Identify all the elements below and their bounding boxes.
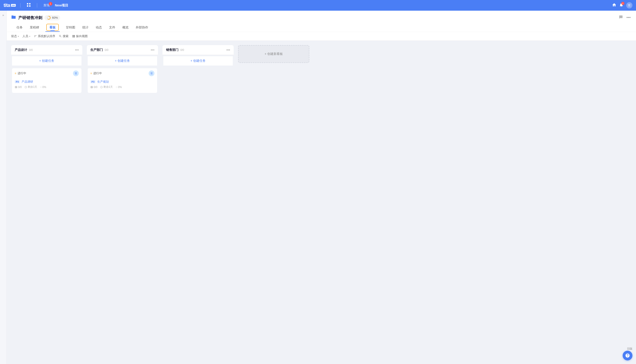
more-options-btn[interactable]: ••• bbox=[625, 14, 631, 21]
remaining-2: 剩余1天 bbox=[100, 85, 113, 89]
user-avatar[interactable]: 世 bbox=[626, 2, 632, 8]
toolbar-status[interactable]: 状态 ▾ bbox=[11, 34, 19, 38]
sidebar-toggle[interactable]: » bbox=[3, 13, 4, 17]
nav-discover[interactable]: 发现 1 bbox=[42, 2, 51, 8]
column-header-3: 销售部门 0/0 ••• bbox=[162, 45, 234, 55]
task-meta-2: 0/0 剩余1天 ○ 0% bbox=[90, 85, 154, 89]
new-board-label: + 创建新看板 bbox=[265, 52, 283, 56]
tab-activity[interactable]: 动态 bbox=[95, 24, 103, 32]
progress-2: ○ 0% bbox=[115, 85, 122, 89]
column-more-1[interactable]: ••• bbox=[75, 48, 79, 52]
remaining-1: 剩余1天 bbox=[25, 85, 37, 89]
column-body-1: + 创建任务 ≡ 进行中 世 P3 bbox=[11, 55, 82, 95]
task-priority-1: P3 bbox=[15, 80, 20, 83]
column-body-3: + 创建任务 bbox=[162, 55, 234, 100]
layout: » 产研销售冲刺 60% bbox=[0, 11, 636, 364]
svg-rect-1 bbox=[29, 3, 31, 4]
task-item-1: P3 产品调研 0/0 剩余1天 bbox=[15, 78, 79, 91]
tab-kanban-label[interactable]: 看板 bbox=[46, 24, 59, 31]
task-item-2: P3 生产规划 0/0 剩余1天 bbox=[90, 78, 154, 91]
top-nav: tita com 发现 1 New项目 6 世 bbox=[0, 0, 636, 11]
status-label-2: 进行中 bbox=[93, 71, 102, 75]
home-icon[interactable] bbox=[612, 3, 616, 8]
create-task-btn-1[interactable]: + 创建任务 bbox=[12, 56, 81, 66]
folder-icon bbox=[11, 15, 16, 21]
main-content: 产研销售冲刺 60% ••• 任务 里程碑 bbox=[7, 11, 636, 364]
column-production: 生产部门 0/0 ••• + 创建任务 ≡ 进行中 世 bbox=[87, 45, 158, 95]
toolbar-status-label: 状态 bbox=[11, 34, 17, 38]
assignee-chevron: ▾ bbox=[29, 35, 30, 38]
project-title: 产研销售冲刺 bbox=[18, 15, 42, 20]
support-button[interactable] bbox=[623, 351, 632, 360]
board-area: 产品设计 0/0 ••• + 创建任务 ≡ 进行中 世 bbox=[7, 41, 636, 364]
sidebar: » bbox=[0, 11, 7, 364]
create-task-btn-2[interactable]: + 创建任务 bbox=[88, 56, 157, 66]
column-title-3: 销售部门 0/0 bbox=[166, 48, 184, 52]
toolbar-assignee[interactable]: 人员 ▾ bbox=[23, 34, 30, 38]
subtasks-1: 0/0 bbox=[15, 86, 22, 89]
task-group-status-1: ≡ 进行中 bbox=[15, 71, 26, 75]
toolbar-view-label: 纵向视图 bbox=[76, 34, 88, 38]
logo-text: tita bbox=[4, 2, 10, 8]
new-board-button[interactable]: + 创建新看板 bbox=[238, 45, 309, 63]
status-label-1: 进行中 bbox=[18, 71, 26, 75]
tab-kanban[interactable]: 看板 bbox=[45, 24, 60, 32]
toolbar-sort[interactable]: 系统默认排序 bbox=[34, 34, 55, 38]
assignee-avatar-2: 世 bbox=[149, 70, 154, 76]
status-chevron: ▾ bbox=[18, 35, 19, 38]
discover-badge: 1 bbox=[49, 2, 52, 6]
nav-project-title: New项目 bbox=[55, 3, 69, 8]
bell-badge: 6 bbox=[621, 2, 624, 5]
status-icon-2: ≡ bbox=[90, 72, 92, 75]
svg-rect-0 bbox=[27, 3, 28, 4]
nav-right: 6 世 bbox=[612, 2, 632, 8]
toolbar-search[interactable]: 搜索 bbox=[59, 34, 69, 38]
task-priority-2: P3 bbox=[90, 80, 95, 83]
bell-icon[interactable]: 6 bbox=[619, 3, 623, 8]
progress-ring-2: ○ bbox=[115, 85, 117, 89]
task-group-header-1: ≡ 进行中 世 bbox=[15, 70, 79, 76]
progress-1: ○ 0% bbox=[40, 85, 46, 89]
column-body-2: + 创建任务 ≡ 进行中 世 P3 bbox=[87, 55, 158, 95]
logo-com: com bbox=[11, 4, 16, 7]
tab-milestone[interactable]: 里程碑 bbox=[29, 24, 40, 32]
status-icon-1: ≡ bbox=[15, 72, 16, 75]
task-name-1[interactable]: P3 产品调研 bbox=[15, 80, 79, 84]
nav-grid-icon[interactable] bbox=[25, 2, 33, 9]
tab-external[interactable]: 外部协作 bbox=[135, 24, 149, 32]
logo[interactable]: tita com bbox=[4, 2, 16, 8]
toolbar-view[interactable]: 纵向视图 bbox=[72, 34, 88, 38]
subtasks-2: 0/0 bbox=[90, 86, 97, 89]
progress-text: 60% bbox=[52, 16, 58, 19]
task-meta-1: 0/0 剩余1天 ○ 0% bbox=[15, 85, 79, 89]
header-actions: ••• bbox=[618, 14, 631, 21]
toolbar-search-label: 搜索 bbox=[63, 34, 69, 38]
tab-gantt[interactable]: 甘特图 bbox=[65, 24, 76, 32]
tab-files[interactable]: 文件 bbox=[108, 24, 116, 32]
tab-stats[interactable]: 统计 bbox=[81, 24, 89, 32]
nav-divider bbox=[20, 3, 21, 8]
project-header: 产研销售冲刺 60% ••• 任务 里程碑 bbox=[7, 11, 636, 32]
project-title-row: 产研销售冲刺 60% ••• bbox=[11, 14, 631, 21]
column-title-2: 生产部门 0/0 bbox=[90, 48, 108, 52]
toolbar: 状态 ▾ 人员 ▾ 系统默认排序 搜索 纵向视图 bbox=[7, 32, 636, 41]
legacy-button[interactable]: 旧版 bbox=[627, 347, 632, 351]
create-task-btn-3[interactable]: + 创建任务 bbox=[163, 56, 233, 66]
progress-ring-1: ○ bbox=[40, 85, 42, 89]
column-more-3[interactable]: ••• bbox=[226, 48, 230, 52]
project-progress: 60% bbox=[45, 15, 60, 20]
assignee-avatar-1: 世 bbox=[73, 70, 79, 76]
svg-rect-2 bbox=[27, 5, 28, 7]
toolbar-assignee-label: 人员 bbox=[23, 34, 28, 38]
tab-overview[interactable]: 概览 bbox=[121, 24, 129, 32]
tab-tasks[interactable]: 任务 bbox=[16, 24, 24, 32]
task-group-status-2: ≡ 进行中 bbox=[90, 71, 102, 75]
column-header-1: 产品设计 0/0 ••• bbox=[11, 45, 82, 55]
column-product-design: 产品设计 0/0 ••• + 创建任务 ≡ 进行中 世 bbox=[11, 45, 82, 95]
svg-rect-3 bbox=[29, 5, 31, 7]
column-more-2[interactable]: ••• bbox=[151, 48, 154, 52]
task-group-2: ≡ 进行中 世 P3 生产规划 bbox=[88, 68, 157, 93]
task-group-header-2: ≡ 进行中 世 bbox=[90, 70, 154, 76]
task-name-2[interactable]: P3 生产规划 bbox=[90, 80, 154, 84]
comment-btn[interactable] bbox=[618, 14, 624, 21]
